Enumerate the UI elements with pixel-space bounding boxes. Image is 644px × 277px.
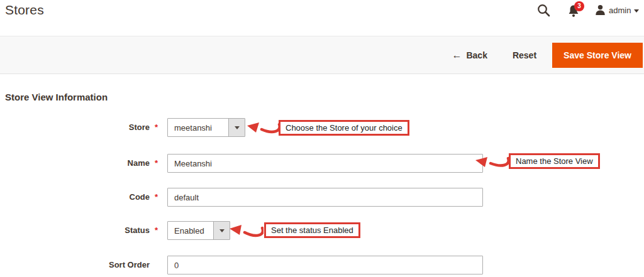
store-field-label: Store [0, 122, 150, 132]
search-icon[interactable] [537, 4, 550, 19]
store-view-form: Store View Information Store * meetanshi… [0, 74, 644, 277]
status-field-label: Status [0, 225, 150, 235]
admin-account-menu[interactable]: admin [595, 4, 639, 16]
reset-button[interactable]: Reset [513, 50, 536, 60]
name-input[interactable] [167, 154, 483, 173]
annotation-name-store-view: Name the Store View [509, 153, 600, 169]
back-button[interactable]: ← Back [452, 50, 487, 61]
code-required-marker: * [155, 192, 158, 202]
page-header: Stores 3 admin [0, 0, 644, 36]
status-required-marker: * [155, 225, 158, 235]
store-select-dropdown-button[interactable] [228, 119, 245, 136]
store-select-value: meetanshi [168, 119, 228, 136]
annotation-arrow-status [227, 222, 264, 242]
reset-label: Reset [513, 50, 536, 60]
save-store-view-button[interactable]: Save Store View [552, 43, 643, 68]
sort-order-input[interactable] [167, 256, 483, 274]
caret-down-icon [235, 126, 240, 129]
caret-down-icon [219, 229, 225, 232]
notifications-button[interactable]: 3 [567, 4, 580, 21]
store-required-marker: * [155, 122, 158, 132]
annotation-choose-store: Choose the Store of your choice [279, 120, 409, 136]
annotation-arrow-name [473, 155, 509, 173]
page-title: Stores [5, 3, 44, 18]
annotation-arrow-store [245, 121, 280, 139]
code-field-label: Code [0, 192, 150, 202]
section-title: Store View Information [5, 92, 108, 102]
back-label: Back [466, 50, 487, 60]
status-select[interactable]: Enabled [167, 221, 230, 240]
back-arrow-icon: ← [452, 50, 462, 61]
status-select-value: Enabled [168, 222, 213, 239]
code-input[interactable] [167, 188, 483, 207]
admin-username: admin [609, 6, 631, 15]
notification-badge[interactable]: 3 [574, 1, 584, 11]
name-field-label: Name [0, 158, 150, 168]
store-select[interactable]: meetanshi [167, 118, 245, 137]
sort-order-field-label: Sort Order [0, 260, 150, 269]
action-toolbar: ← Back Reset Save Store View [0, 36, 644, 74]
name-required-marker: * [155, 158, 158, 168]
caret-down-icon [634, 9, 639, 13]
annotation-set-status: Set the status Enabled [264, 222, 360, 238]
user-icon [595, 4, 606, 16]
